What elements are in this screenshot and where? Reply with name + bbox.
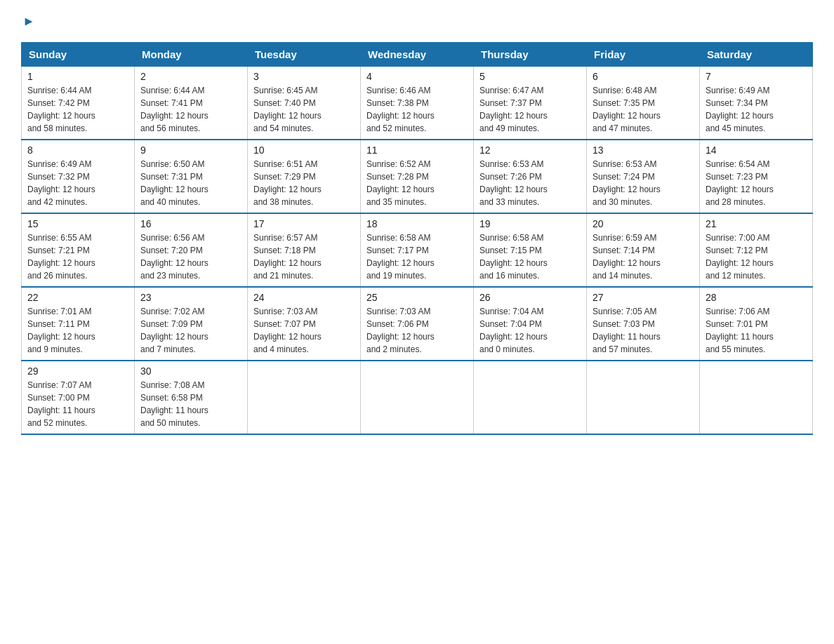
calendar-cell: 9Sunrise: 6:50 AM Sunset: 7:31 PM Daylig… xyxy=(135,140,248,213)
calendar-cell: 28Sunrise: 7:06 AM Sunset: 7:01 PM Dayli… xyxy=(700,287,813,361)
calendar-cell: 19Sunrise: 6:58 AM Sunset: 7:15 PM Dayli… xyxy=(474,213,587,287)
day-sun-info: Sunrise: 6:44 AM Sunset: 7:41 PM Dayligh… xyxy=(140,84,241,135)
day-sun-info: Sunrise: 6:49 AM Sunset: 7:34 PM Dayligh… xyxy=(706,84,807,135)
calendar-cell: 14Sunrise: 6:54 AM Sunset: 7:23 PM Dayli… xyxy=(700,140,813,213)
calendar-cell xyxy=(700,361,813,434)
day-number: 20 xyxy=(593,218,694,229)
calendar-cell: 27Sunrise: 7:05 AM Sunset: 7:03 PM Dayli… xyxy=(587,287,700,361)
calendar-cell: 8Sunrise: 6:49 AM Sunset: 7:32 PM Daylig… xyxy=(22,140,135,213)
day-number: 28 xyxy=(706,292,807,303)
calendar-cell xyxy=(474,361,587,434)
day-number: 12 xyxy=(479,145,581,156)
day-number: 15 xyxy=(27,218,128,229)
calendar-cell: 15Sunrise: 6:55 AM Sunset: 7:21 PM Dayli… xyxy=(22,213,135,287)
day-number: 9 xyxy=(140,145,241,156)
day-number: 1 xyxy=(27,71,128,82)
day-sun-info: Sunrise: 6:58 AM Sunset: 7:15 PM Dayligh… xyxy=(479,232,581,282)
svg-marker-0 xyxy=(25,18,33,26)
col-header-monday: Monday xyxy=(135,43,248,67)
day-number: 19 xyxy=(479,218,581,229)
day-number: 23 xyxy=(140,292,241,303)
calendar-cell: 4Sunrise: 6:46 AM Sunset: 7:38 PM Daylig… xyxy=(361,67,474,140)
day-sun-info: Sunrise: 7:01 AM Sunset: 7:11 PM Dayligh… xyxy=(27,305,128,356)
day-sun-info: Sunrise: 7:07 AM Sunset: 7:00 PM Dayligh… xyxy=(27,379,128,429)
calendar-cell: 20Sunrise: 6:59 AM Sunset: 7:14 PM Dayli… xyxy=(587,213,700,287)
day-sun-info: Sunrise: 6:58 AM Sunset: 7:17 PM Dayligh… xyxy=(366,232,468,282)
day-sun-info: Sunrise: 6:49 AM Sunset: 7:32 PM Dayligh… xyxy=(27,158,128,208)
calendar-cell xyxy=(587,361,700,434)
day-sun-info: Sunrise: 6:47 AM Sunset: 7:37 PM Dayligh… xyxy=(479,84,581,135)
day-sun-info: Sunrise: 6:53 AM Sunset: 7:24 PM Dayligh… xyxy=(593,158,694,208)
calendar-cell: 2Sunrise: 6:44 AM Sunset: 7:41 PM Daylig… xyxy=(135,67,248,140)
day-sun-info: Sunrise: 7:08 AM Sunset: 6:58 PM Dayligh… xyxy=(140,379,241,429)
day-number: 24 xyxy=(253,292,355,303)
calendar-cell: 24Sunrise: 7:03 AM Sunset: 7:07 PM Dayli… xyxy=(248,287,361,361)
day-sun-info: Sunrise: 6:55 AM Sunset: 7:21 PM Dayligh… xyxy=(27,232,128,282)
day-number: 11 xyxy=(366,145,468,156)
calendar-cell xyxy=(361,361,474,434)
calendar-cell: 26Sunrise: 7:04 AM Sunset: 7:04 PM Dayli… xyxy=(474,287,587,361)
day-number: 16 xyxy=(140,218,241,229)
day-number: 8 xyxy=(27,145,128,156)
day-sun-info: Sunrise: 6:45 AM Sunset: 7:40 PM Dayligh… xyxy=(253,84,355,135)
calendar-header: SundayMondayTuesdayWednesdayThursdayFrid… xyxy=(22,43,813,67)
calendar-cell xyxy=(248,361,361,434)
day-number: 21 xyxy=(706,218,807,229)
col-header-sunday: Sunday xyxy=(22,43,135,67)
calendar-cell: 1Sunrise: 6:44 AM Sunset: 7:42 PM Daylig… xyxy=(22,67,135,140)
day-sun-info: Sunrise: 6:52 AM Sunset: 7:28 PM Dayligh… xyxy=(366,158,468,208)
col-header-tuesday: Tuesday xyxy=(248,43,361,67)
day-sun-info: Sunrise: 6:56 AM Sunset: 7:20 PM Dayligh… xyxy=(140,232,241,282)
calendar-week-1: 1Sunrise: 6:44 AM Sunset: 7:42 PM Daylig… xyxy=(22,67,813,140)
day-number: 29 xyxy=(27,365,128,377)
day-number: 17 xyxy=(253,218,355,229)
calendar-week-2: 8Sunrise: 6:49 AM Sunset: 7:32 PM Daylig… xyxy=(22,140,813,213)
day-number: 4 xyxy=(366,71,468,82)
day-sun-info: Sunrise: 6:44 AM Sunset: 7:42 PM Dayligh… xyxy=(27,84,128,135)
day-sun-info: Sunrise: 7:02 AM Sunset: 7:09 PM Dayligh… xyxy=(140,305,241,356)
calendar-cell: 16Sunrise: 6:56 AM Sunset: 7:20 PM Dayli… xyxy=(135,213,248,287)
day-sun-info: Sunrise: 7:04 AM Sunset: 7:04 PM Dayligh… xyxy=(479,305,581,356)
calendar-cell: 7Sunrise: 6:49 AM Sunset: 7:34 PM Daylig… xyxy=(700,67,813,140)
page-header xyxy=(21,14,813,28)
calendar-week-5: 29Sunrise: 7:07 AM Sunset: 7:00 PM Dayli… xyxy=(22,361,813,434)
day-number: 6 xyxy=(593,71,694,82)
calendar-week-4: 22Sunrise: 7:01 AM Sunset: 7:11 PM Dayli… xyxy=(22,287,813,361)
calendar-cell: 5Sunrise: 6:47 AM Sunset: 7:37 PM Daylig… xyxy=(474,67,587,140)
logo xyxy=(21,14,35,28)
day-sun-info: Sunrise: 6:51 AM Sunset: 7:29 PM Dayligh… xyxy=(253,158,355,208)
col-header-friday: Friday xyxy=(587,43,700,67)
day-number: 14 xyxy=(706,145,807,156)
day-number: 30 xyxy=(140,365,241,377)
day-sun-info: Sunrise: 7:06 AM Sunset: 7:01 PM Dayligh… xyxy=(706,305,807,356)
calendar-cell: 21Sunrise: 7:00 AM Sunset: 7:12 PM Dayli… xyxy=(700,213,813,287)
calendar-cell: 17Sunrise: 6:57 AM Sunset: 7:18 PM Dayli… xyxy=(248,213,361,287)
day-number: 7 xyxy=(706,71,807,82)
logo-arrow-icon xyxy=(22,15,35,28)
day-number: 5 xyxy=(479,71,581,82)
calendar-week-3: 15Sunrise: 6:55 AM Sunset: 7:21 PM Dayli… xyxy=(22,213,813,287)
calendar-cell: 23Sunrise: 7:02 AM Sunset: 7:09 PM Dayli… xyxy=(135,287,248,361)
day-sun-info: Sunrise: 6:54 AM Sunset: 7:23 PM Dayligh… xyxy=(706,158,807,208)
col-header-saturday: Saturday xyxy=(700,43,813,67)
day-sun-info: Sunrise: 6:48 AM Sunset: 7:35 PM Dayligh… xyxy=(593,84,694,135)
day-number: 3 xyxy=(253,71,355,82)
day-sun-info: Sunrise: 7:05 AM Sunset: 7:03 PM Dayligh… xyxy=(593,305,694,356)
calendar-cell: 13Sunrise: 6:53 AM Sunset: 7:24 PM Dayli… xyxy=(587,140,700,213)
calendar-cell: 3Sunrise: 6:45 AM Sunset: 7:40 PM Daylig… xyxy=(248,67,361,140)
day-number: 27 xyxy=(593,292,694,303)
calendar-cell: 25Sunrise: 7:03 AM Sunset: 7:06 PM Dayli… xyxy=(361,287,474,361)
day-sun-info: Sunrise: 6:53 AM Sunset: 7:26 PM Dayligh… xyxy=(479,158,581,208)
day-number: 18 xyxy=(366,218,468,229)
day-number: 13 xyxy=(593,145,694,156)
calendar-cell: 30Sunrise: 7:08 AM Sunset: 6:58 PM Dayli… xyxy=(135,361,248,434)
day-number: 2 xyxy=(140,71,241,82)
calendar-table: SundayMondayTuesdayWednesdayThursdayFrid… xyxy=(21,42,813,435)
col-header-wednesday: Wednesday xyxy=(361,43,474,67)
day-sun-info: Sunrise: 7:00 AM Sunset: 7:12 PM Dayligh… xyxy=(706,232,807,282)
day-sun-info: Sunrise: 6:46 AM Sunset: 7:38 PM Dayligh… xyxy=(366,84,468,135)
day-sun-info: Sunrise: 7:03 AM Sunset: 7:07 PM Dayligh… xyxy=(253,305,355,356)
day-sun-info: Sunrise: 6:57 AM Sunset: 7:18 PM Dayligh… xyxy=(253,232,355,282)
calendar-cell: 18Sunrise: 6:58 AM Sunset: 7:17 PM Dayli… xyxy=(361,213,474,287)
calendar-cell: 10Sunrise: 6:51 AM Sunset: 7:29 PM Dayli… xyxy=(248,140,361,213)
